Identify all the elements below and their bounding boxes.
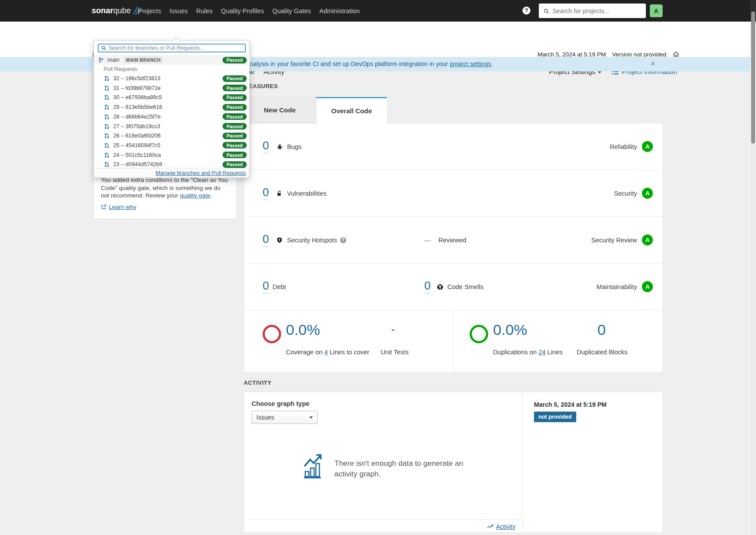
trending-up-icon	[487, 523, 493, 530]
activity-footer-link[interactable]: Activity	[496, 523, 515, 530]
coverage-value[interactable]: 0.0%	[286, 322, 320, 337]
security-hotspots-count[interactable]: 0	[263, 233, 269, 247]
pull-request-item[interactable]: 25 – 45416594f7c5 Passed	[94, 141, 250, 150]
security-review-label: Security Review	[591, 237, 637, 244]
logo-text-light: qube	[113, 6, 131, 15]
status-badge: Passed	[222, 57, 247, 63]
measure-row-security-hotspots: 0 Security Hotspots ? — Reviewed Securit…	[244, 217, 663, 264]
global-search	[539, 4, 646, 18]
status-badge: Passed	[222, 75, 247, 82]
dropdown-footer: Manage branches and Pull Requests	[94, 168, 249, 178]
status-badge: Passed	[222, 161, 247, 168]
reviewed-label: Reviewed	[438, 237, 467, 244]
pull-request-icon	[104, 142, 110, 149]
tab-overall-code[interactable]: Overall Code	[316, 97, 387, 123]
pull-request-icon	[104, 94, 110, 100]
tab-new-code[interactable]: New Code	[244, 97, 316, 123]
duplications-value[interactable]: 0.0%	[493, 322, 527, 337]
chevron-down-icon	[598, 71, 601, 74]
branch-search-input[interactable]	[108, 45, 243, 51]
banner-close-icon[interactable]: ×	[651, 59, 655, 68]
help-icon[interactable]: ?	[340, 237, 346, 243]
activity-card-footer: Activity	[244, 519, 523, 533]
nav-item-quality-gates[interactable]: Quality Gates	[272, 7, 311, 15]
reviewed-value: —	[424, 236, 431, 244]
measure-row-bugs: 0 Bugs Reliability A	[244, 123, 663, 170]
activity-sidebar: March 5, 2024 at 5:19 PM not provided	[523, 392, 663, 422]
page-scrollbar[interactable]	[750, 0, 756, 535]
branch-icon	[98, 57, 104, 63]
pull-request-item[interactable]: 26 – 618e0a6fd206 Passed	[94, 131, 250, 141]
top-navbar: sonarqube Projects Issues Rules Quality …	[0, 0, 756, 22]
scrollbar-thumb[interactable]	[751, 11, 755, 144]
branch-selector-dropdown: main MAIN BRANCH Passed Pull Requests 32…	[93, 40, 250, 178]
help-icon[interactable]: ?	[523, 7, 530, 15]
coverage-label: Coverage on 4 Lines to cover	[286, 349, 369, 356]
main-branch-badge: MAIN BRANCH	[124, 56, 163, 63]
measure-row-vulnerabilities: 0 Vulnerabilities Security A	[244, 170, 663, 217]
version-not-provided-badge: not provided	[534, 412, 576, 422]
code-smells-group: 0 Code Smells	[424, 280, 484, 294]
duplicated-blocks-label: Duplicated Blocks	[577, 349, 627, 356]
learn-why-link[interactable]: Learn why	[101, 204, 136, 210]
banner-text: nalysis in your favorite CI and set up D…	[250, 60, 493, 67]
security-label: Security	[614, 190, 637, 197]
duplicated-lines-link[interactable]: 24	[538, 349, 545, 356]
security-review-rating-badge: A	[642, 234, 653, 245]
manage-branches-link[interactable]: Manage branches and Pull Requests	[156, 170, 246, 176]
quality-gate-link[interactable]: quality gate	[180, 192, 210, 199]
measures-card: 0 Bugs Reliability A 0 Vulnerabilities S…	[244, 123, 663, 372]
vulnerabilities-count[interactable]: 0	[263, 186, 269, 200]
maintainability-rating-badge: A	[642, 281, 653, 292]
activity-analysis-date: March 5, 2024 at 5:19 PM	[534, 401, 663, 408]
sonarqube-project-overview: sonarqube Projects Issues Rules Quality …	[0, 0, 756, 535]
banner-project-settings-link[interactable]: project settings	[450, 60, 491, 67]
quality-gate-warning-text: You added extra conditions to the "Clean…	[101, 176, 231, 200]
sonarqube-logo[interactable]: sonarqube	[92, 6, 143, 15]
chevron-down-icon	[309, 416, 313, 419]
status-badge: Passed	[222, 142, 247, 149]
coverage-ring	[263, 325, 281, 343]
user-avatar[interactable]: A	[650, 4, 663, 17]
pull-request-item[interactable]: 27 – 3f075db19cc3 Passed	[94, 122, 250, 131]
pull-request-item[interactable]: 32 – 166c5df23813 Passed	[94, 74, 250, 83]
pull-request-item[interactable]: 28 – d68b64e25f7e Passed	[94, 112, 250, 122]
code-smell-icon	[437, 283, 444, 290]
pull-request-item[interactable]: 30 – e67936ba89c5 Passed	[94, 93, 250, 102]
pull-request-item[interactable]: 24 – 501c5c1160ca Passed	[94, 150, 250, 160]
lines-to-cover-link[interactable]: 4	[324, 349, 328, 356]
nav-item-quality-profiles[interactable]: Quality Profiles	[221, 7, 264, 15]
debt-label: Debt	[272, 283, 286, 290]
graph-type-select[interactable]: Issues	[252, 411, 318, 424]
search-icon	[543, 8, 549, 14]
empty-graph-text: There isn't enough data to generate an a…	[334, 453, 463, 479]
duplicated-blocks-value[interactable]: 0	[597, 322, 606, 337]
reliability-label: Reliability	[610, 143, 637, 150]
pull-request-icon	[104, 85, 110, 91]
code-smells-label: Code Smells	[447, 283, 483, 290]
search-input[interactable]	[552, 7, 641, 15]
branch-name: main	[107, 57, 119, 63]
debt-value[interactable]: 0	[263, 280, 269, 294]
measure-row-maintainability: 0 Debt 0 Code Smells Maintainability A	[244, 264, 663, 310]
nav-item-rules[interactable]: Rules	[196, 7, 212, 15]
duplications-ring	[470, 325, 488, 343]
branch-item-main[interactable]: main MAIN BRANCH Passed	[94, 55, 250, 65]
duplications-label: Duplications on 24 Lines	[493, 349, 563, 356]
graph-type-label: Choose graph type	[252, 400, 309, 407]
status-badge: Passed	[222, 113, 247, 120]
bugs-count[interactable]: 0	[263, 140, 269, 153]
pull-request-item[interactable]: 31 – fd39b879872e Passed	[94, 83, 250, 93]
search-icon	[101, 45, 106, 51]
activity-graph-area: Choose graph type Issues There isn't eno…	[244, 392, 523, 533]
activity-section-title: ACTIVITY	[244, 379, 271, 386]
code-smells-count[interactable]: 0	[424, 280, 430, 294]
nav-item-administration[interactable]: Administration	[319, 7, 360, 15]
nav-item-issues[interactable]: Issues	[169, 7, 188, 15]
activity-chart-icon	[302, 453, 323, 479]
external-link-icon	[101, 204, 107, 210]
pull-request-item[interactable]: 29 – 613e5b5be616 Passed	[94, 102, 250, 112]
status-badge: Passed	[222, 104, 247, 111]
nav-item-projects[interactable]: Projects	[138, 7, 161, 15]
reliability-rating-badge: A	[642, 141, 653, 152]
